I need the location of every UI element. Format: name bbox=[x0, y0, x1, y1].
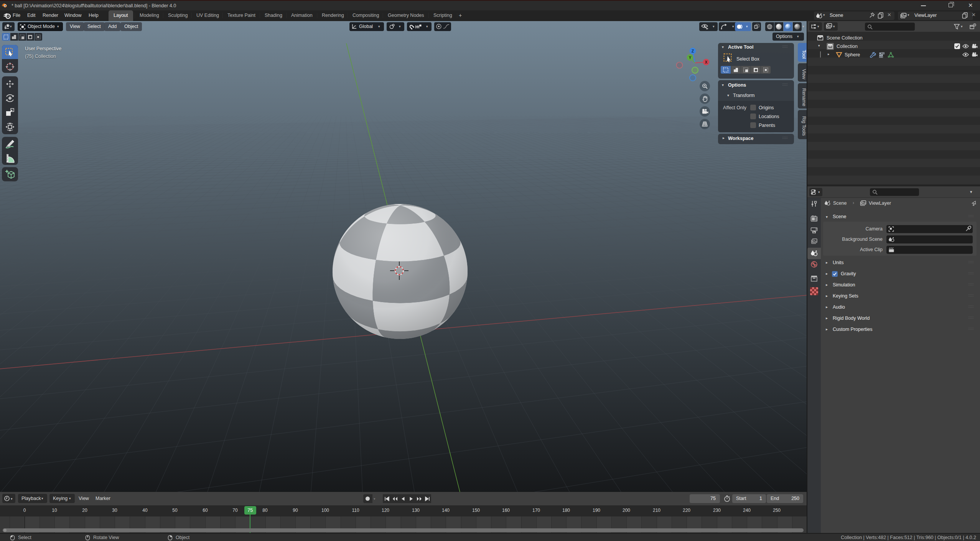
svg-text:Y: Y bbox=[689, 56, 692, 60]
svg-text:Z: Z bbox=[692, 49, 694, 53]
svg-text:X: X bbox=[705, 60, 708, 64]
